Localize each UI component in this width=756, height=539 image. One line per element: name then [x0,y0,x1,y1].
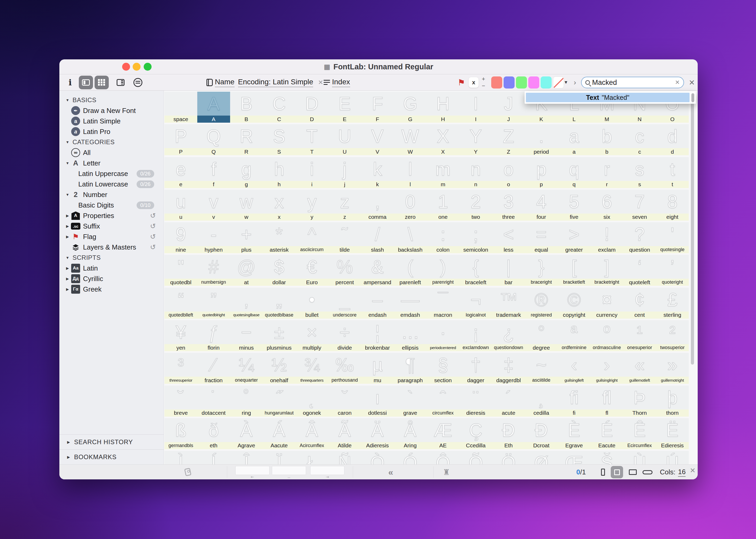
glyph-cell[interactable]: ¬logicalnot [459,288,492,319]
glyph-cell[interactable]: £sterling [656,288,689,319]
glyph-cell[interactable]: ‘quoteleft [623,255,656,286]
glyph-cell[interactable]: EE [328,92,361,123]
glyph-cell[interactable]: ?question [623,222,656,253]
glyph-cell[interactable]: »guillemotright [656,353,689,384]
swatch-dropdown-icon[interactable]: ▼ [564,74,568,91]
glyph-cell[interactable]: ee [164,157,197,188]
glyph-cell[interactable]: dd [656,124,689,155]
glyph-cell[interactable]: AA [197,92,230,123]
glyph-cell[interactable]: °degree [525,320,558,351]
glyph-cell[interactable]: ˚ring [230,386,263,417]
glyph-cell[interactable]: ®registered [525,288,558,319]
glyph-cell[interactable]: ZZ [492,124,525,155]
chevron-right-icon[interactable]: ▶ [65,287,70,291]
width-input[interactable] [272,466,306,475]
glyph-cell[interactable]: |bar [492,255,525,286]
sidebar-item-cyrillic[interactable]: ▶ДдCyrillic [59,273,164,284]
glyph-cell[interactable]: ‡daggerdbl [492,353,525,384]
glyph-cell[interactable]: ÊEcircumflex [623,418,656,449]
glyph-cell[interactable]: ›guilsinglright [590,353,623,384]
glyph-cell[interactable]: XX [426,124,459,155]
statusbar-close-icon[interactable]: ✕ [690,465,696,476]
glyph-cell[interactable]: VV [361,124,394,155]
glyph-cell[interactable]: ıdotlessi [361,386,394,417]
cell-size-large-button[interactable] [629,469,637,475]
glyph-cell[interactable]: ;semicolon [459,222,492,253]
glyph-cell[interactable]: Ï [263,451,295,464]
glyph-cell[interactable]: yy [295,190,328,221]
glyph-cell[interactable]: >greater [558,222,590,253]
chevron-down-icon[interactable]: ▼ [65,161,70,165]
chevron-right-icon[interactable]: ▶ [65,224,70,228]
glyph-cell[interactable]: ˛ogonek [295,386,328,417]
glyph-cell[interactable]: SS [263,124,295,155]
glyph-cell[interactable]: ⁄fraction [197,353,230,384]
glyph-cell[interactable]: Ł [295,451,328,464]
glyph-cell[interactable]: ÇCcedilla [459,418,492,449]
sidebar-item-draw-a-new-font[interactable]: ✒Draw a New Font [59,105,164,116]
glyph-cell[interactable]: BB [230,92,263,123]
sidebar-item-latin-simple[interactable]: aLatin Simple [59,116,164,126]
glyph-cell[interactable]: ªordfeminine [558,320,590,351]
glyph-cell[interactable]: ³threesuperior [164,353,197,384]
glyph-cell[interactable]: Ò [361,451,394,464]
glyph-cell[interactable]: *asterisk [263,222,295,253]
glyph-cell[interactable]: ¿questiondown [492,320,525,351]
glyph-cell[interactable]: UU [328,124,361,155]
glyph-cell[interactable]: Ô [426,451,459,464]
sidebar-item-bookmarks[interactable]: ▶BOOKMARKS [59,450,164,464]
glyph-cell[interactable]: xx [263,190,295,221]
glyph-cell[interactable]: gg [230,157,263,188]
glyph-cell[interactable]: ii [295,157,328,188]
glyph-cell[interactable]: $dollar [263,255,295,286]
sidebar-item-basic-digits[interactable]: Basic Digits0/10 [59,200,164,210]
glyph-cell[interactable]: rr [590,157,623,188]
glyph-cell[interactable]: ÐEth [492,418,525,449]
glyph-cell[interactable]: €Euro [295,255,328,286]
chevron-right-icon[interactable]: ▶ [65,213,70,218]
sidebar-section-header[interactable]: ▼BASICS [59,95,164,105]
glyph-cell[interactable]: \backslash [394,222,426,253]
sidebar-item-number[interactable]: ▼2Number [59,190,164,200]
glyph-cell[interactable]: 6six [590,190,623,221]
glyph-cell[interactable]: tt [656,157,689,188]
glyph-cell[interactable]: Š [590,451,623,464]
tab-close-icon[interactable]: ✕ [318,79,323,86]
glyph-cell[interactable]: ÷divide [328,320,361,351]
glyph-cell[interactable]: ‰perthousand [328,353,361,384]
lsb-input[interactable] [235,466,269,475]
glyph-cell[interactable]: ÁAacute [263,418,295,449]
glyph-cell[interactable]: Ù [623,451,656,464]
glyph-cell[interactable]: oo [492,157,525,188]
glyph-cell[interactable]: ™trademark [492,288,525,319]
cell-size-medium-button[interactable] [611,466,623,478]
glyph-cell[interactable]: 1one [426,190,459,221]
glyph-cell[interactable]: `grave [394,386,426,417]
glyph-cell[interactable]: ²twosuperior [656,320,689,351]
glyph-cell[interactable]: !exclam [590,222,623,253]
glyph-cell[interactable]: Ö [492,451,525,464]
filter-button[interactable] [131,76,145,89]
chevron-right-icon[interactable]: › [574,74,576,91]
search-input[interactable] [592,79,673,87]
search-clear-icon[interactable]: ✕ [675,79,680,86]
glyph-cell[interactable]: ~asciitilde [525,353,558,384]
glyph-cell[interactable]: 9nine [164,222,197,253]
glyph-cell[interactable]: nn [459,157,492,188]
toggle-right-panel-button[interactable] [113,76,128,89]
glyph-cell[interactable]: 'quotesingle [656,222,689,253]
sidebar-item-suffix[interactable]: ▶.scSuffix↺ [59,221,164,231]
glyph-cell[interactable]: YY [459,124,492,155]
glyph-cell[interactable]: ¹onesuperior [623,320,656,351]
glyph-cell[interactable]: ÞThorn [623,386,656,417]
glyph-cell[interactable]: {braceleft [459,255,492,286]
glyph-cell[interactable]: <less [492,222,525,253]
glyph-cell[interactable]: ww [230,190,263,221]
glyph-cell[interactable]: hh [263,157,295,188]
glyph-cell[interactable]: Ø [525,451,558,464]
glyph-cell[interactable]: ·periodcentered [426,320,459,351]
glyph-cell[interactable]: ˇcaron [328,386,361,417]
glyph-cell[interactable]: )parenright [426,255,459,286]
glyph-cell[interactable]: /slash [361,222,394,253]
toggle-left-panel-button[interactable] [79,76,93,89]
